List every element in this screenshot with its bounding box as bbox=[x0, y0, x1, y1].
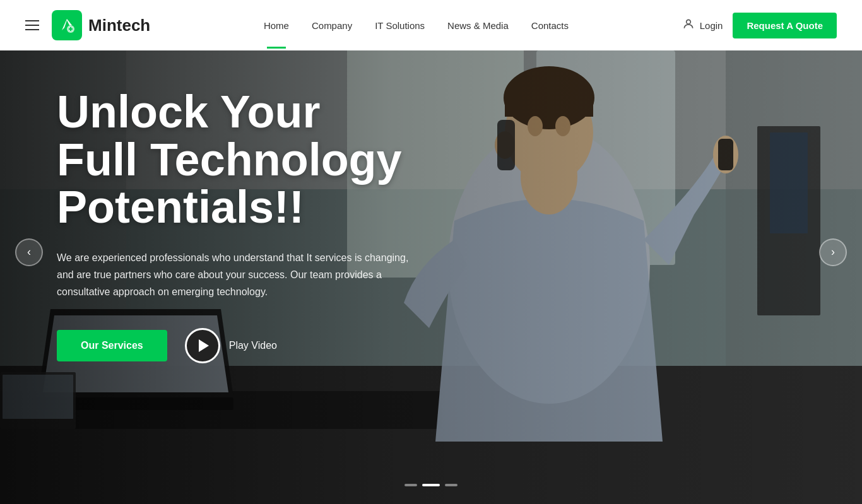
navbar-right: Login Request A Quote bbox=[682, 13, 837, 38]
nav-contacts[interactable]: Contacts bbox=[531, 20, 569, 31]
hero-actions: Our Services Play Video bbox=[57, 328, 473, 363]
hero-content: Unlock Your Full Technology Potentials!!… bbox=[57, 88, 473, 363]
nav-it-solutions[interactable]: IT Solutions bbox=[375, 20, 425, 31]
our-services-button[interactable]: Our Services bbox=[57, 330, 167, 361]
login-label[interactable]: Login bbox=[700, 20, 723, 31]
nav-news-media[interactable]: News & Media bbox=[447, 20, 509, 31]
hero-title: Unlock Your Full Technology Potentials!! bbox=[57, 88, 473, 231]
play-video-label: Play Video bbox=[229, 340, 277, 351]
svg-point-28 bbox=[686, 20, 690, 24]
nav-company[interactable]: Company bbox=[312, 20, 352, 31]
hero-subtitle: We are experienced professionals who und… bbox=[57, 249, 410, 301]
navbar-left: Mintech bbox=[25, 10, 150, 40]
carousel-dot-1[interactable] bbox=[404, 484, 417, 486]
carousel-prev-button[interactable]: ‹ bbox=[15, 238, 43, 266]
nav-home[interactable]: Home bbox=[264, 20, 289, 31]
login-area[interactable]: Login bbox=[682, 18, 723, 33]
carousel-dot-2[interactable] bbox=[422, 484, 440, 486]
request-quote-button[interactable]: Request A Quote bbox=[733, 13, 837, 38]
carousel-dots bbox=[404, 484, 458, 486]
play-video-area[interactable]: Play Video bbox=[185, 328, 277, 363]
carousel-dot-3[interactable] bbox=[445, 484, 458, 486]
play-button[interactable] bbox=[185, 328, 220, 363]
hamburger-menu[interactable] bbox=[25, 20, 39, 30]
navbar: Mintech Home Company IT Solutions News &… bbox=[0, 0, 862, 50]
logo-icon bbox=[52, 10, 82, 40]
logo-wrapper[interactable]: Mintech bbox=[52, 10, 150, 40]
user-icon bbox=[682, 18, 695, 33]
carousel-next-button[interactable]: › bbox=[819, 238, 847, 266]
brand-name: Mintech bbox=[88, 16, 150, 35]
nav-links: Home Company IT Solutions News & Media C… bbox=[264, 20, 569, 31]
hero-section: Mintech Home Company IT Solutions News &… bbox=[0, 0, 862, 504]
